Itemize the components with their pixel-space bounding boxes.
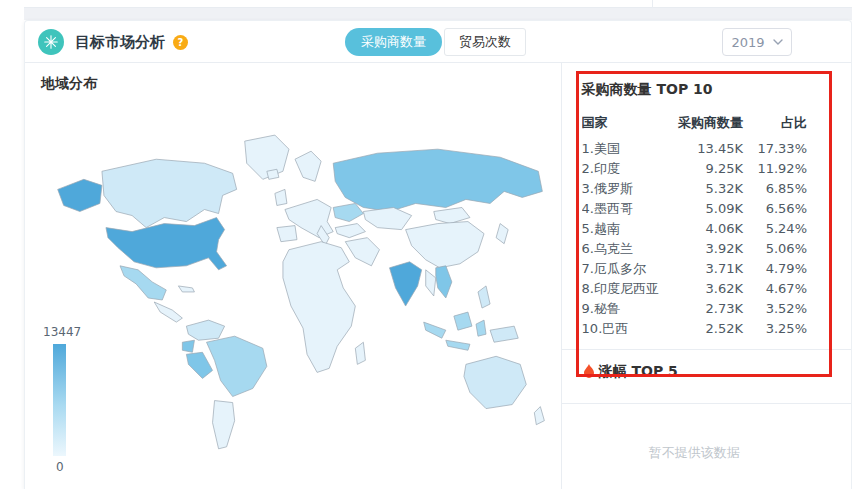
map-region-russia[interactable] [333, 149, 542, 211]
row-country: 7.厄瓜多尔 [582, 259, 659, 279]
table-row[interactable]: 7.厄瓜多尔 3.71K 4.79% [582, 259, 807, 279]
map-region-vietnam[interactable] [436, 266, 452, 298]
map-region-africa[interactable] [283, 242, 355, 373]
map-region-peru[interactable] [186, 352, 212, 378]
map-region-new-zealand[interactable] [534, 407, 544, 425]
map-region-central-america[interactable] [154, 302, 182, 322]
table-row[interactable]: 8.印度尼西亚 3.62K 4.67% [582, 279, 807, 299]
top10-title: 采购商数量 TOP 10 [582, 81, 807, 99]
row-share: 3.52% [743, 299, 807, 319]
col-header-count: 采购商数量 [659, 114, 743, 136]
map-region-uk[interactable] [275, 189, 287, 205]
map-region-indochina[interactable] [426, 270, 436, 296]
legend-min-value: 0 [56, 460, 95, 474]
gains-title: 涨幅 TOP 5 [599, 363, 678, 381]
card-body: 地域分布 [25, 63, 851, 489]
map-region-iceland[interactable] [267, 169, 279, 179]
map-region-brazil[interactable] [207, 336, 267, 396]
row-share: 5.06% [743, 239, 807, 259]
table-row[interactable]: 1.美国 13.45K 17.33% [582, 139, 807, 159]
flame-icon [582, 364, 596, 380]
row-count: 9.25K [659, 159, 743, 179]
map-region-borneo[interactable] [454, 312, 472, 330]
map-region-middle-east[interactable] [345, 238, 379, 266]
map-region-japan[interactable] [496, 224, 508, 244]
row-share: 6.56% [743, 199, 807, 219]
row-count: 3.62K [659, 279, 743, 299]
row-share: 3.25% [743, 319, 807, 339]
col-header-country: 国家 [582, 114, 659, 136]
previous-card-fragment [24, 0, 852, 8]
table-row[interactable]: 4.墨西哥 5.09K 6.56% [582, 199, 807, 219]
map-region-madagascar[interactable] [355, 342, 365, 364]
map-region-sumatra[interactable] [424, 322, 446, 338]
card-gap [24, 8, 852, 20]
row-country: 2.印度 [582, 159, 659, 179]
map-title: 地域分布 [41, 75, 97, 93]
year-dropdown[interactable]: 2019 [722, 28, 792, 56]
table-row[interactable]: 3.俄罗斯 5.32K 6.85% [582, 179, 807, 199]
map-region-central-asia[interactable] [363, 207, 411, 229]
tab-trade-count[interactable]: 贸易次数 [444, 28, 526, 56]
year-dropdown-value: 2019 [731, 35, 764, 50]
empty-state-text: 暂不提供该数据 [582, 404, 807, 462]
table-header: 国家 采购商数量 占比 [582, 114, 807, 136]
top10-panel: 采购商数量 TOP 10 国家 采购商数量 占比 1.美国 13.45K 17.… [561, 63, 851, 489]
page: { "colors": { "icon_teal": "#3fc4bc", "t… [0, 0, 852, 489]
map-legend: 13447 0 [47, 325, 95, 474]
row-count: 2.73K [659, 299, 743, 319]
map-region-new-guinea[interactable] [490, 326, 518, 342]
map-region-cuba[interactable] [178, 286, 194, 292]
map-region-australia[interactable] [464, 356, 526, 408]
page-title: 目标市场分析 [75, 21, 165, 63]
row-country: 10.巴西 [582, 319, 659, 339]
row-country: 5.越南 [582, 219, 659, 239]
map-region-java[interactable] [446, 340, 470, 350]
snowflake-icon [42, 33, 60, 51]
map-region-argentina-chile[interactable] [213, 401, 235, 449]
map-region-usa-alaska[interactable] [58, 179, 102, 211]
map-region-mexico[interactable] [120, 266, 166, 300]
map-region-scandinavia[interactable] [295, 151, 321, 181]
table-row[interactable]: 2.印度 9.25K 11.92% [582, 159, 807, 179]
metric-tabs: 采购商数量 贸易次数 [345, 28, 526, 56]
card-header: 目标市场分析 ? 采购商数量 贸易次数 2019 [25, 21, 851, 63]
row-count: 3.92K [659, 239, 743, 259]
help-icon[interactable]: ? [173, 35, 188, 50]
row-share: 4.79% [743, 259, 807, 279]
legend-gradient-bar [53, 344, 66, 456]
map-region-philippines[interactable] [478, 286, 490, 308]
map-region-ukraine[interactable] [333, 203, 363, 221]
row-count: 2.52K [659, 319, 743, 339]
map-region-usa[interactable] [106, 218, 227, 270]
row-share: 5.24% [743, 219, 807, 239]
table-row[interactable]: 9.秘鲁 2.73K 3.52% [582, 299, 807, 319]
row-country: 1.美国 [582, 139, 659, 159]
map-region-colombia-venezuela[interactable] [186, 320, 224, 340]
table-row[interactable]: 6.乌克兰 3.92K 5.06% [582, 239, 807, 259]
row-count: 4.06K [659, 219, 743, 239]
row-count: 13.45K [659, 139, 743, 159]
row-country: 9.秘鲁 [582, 299, 659, 319]
target-market-analysis-card: 目标市场分析 ? 采购商数量 贸易次数 2019 地域分布 [24, 20, 852, 489]
map-region-india[interactable] [390, 262, 422, 306]
row-count: 5.09K [659, 199, 743, 219]
map-region-iberia[interactable] [277, 226, 297, 242]
row-count: 3.71K [659, 259, 743, 279]
row-country: 3.俄罗斯 [582, 179, 659, 199]
col-header-share: 占比 [743, 114, 807, 136]
map-region-mongolia[interactable] [434, 207, 470, 223]
row-share: 11.92% [743, 159, 807, 179]
map-region-china[interactable] [406, 222, 484, 268]
map-panel: 地域分布 [25, 63, 561, 489]
row-country: 8.印度尼西亚 [582, 279, 659, 299]
map-region-sulawesi[interactable] [476, 320, 486, 336]
map-region-turkey[interactable] [335, 224, 365, 238]
table-row[interactable]: 5.越南 4.06K 5.24% [582, 219, 807, 239]
row-share: 6.85% [743, 179, 807, 199]
row-share: 17.33% [743, 139, 807, 159]
tab-buyer-count[interactable]: 采购商数量 [345, 28, 442, 56]
table-row[interactable]: 10.巴西 2.52K 3.25% [582, 319, 807, 339]
row-country: 4.墨西哥 [582, 199, 659, 219]
map-region-ecuador[interactable] [182, 340, 194, 352]
